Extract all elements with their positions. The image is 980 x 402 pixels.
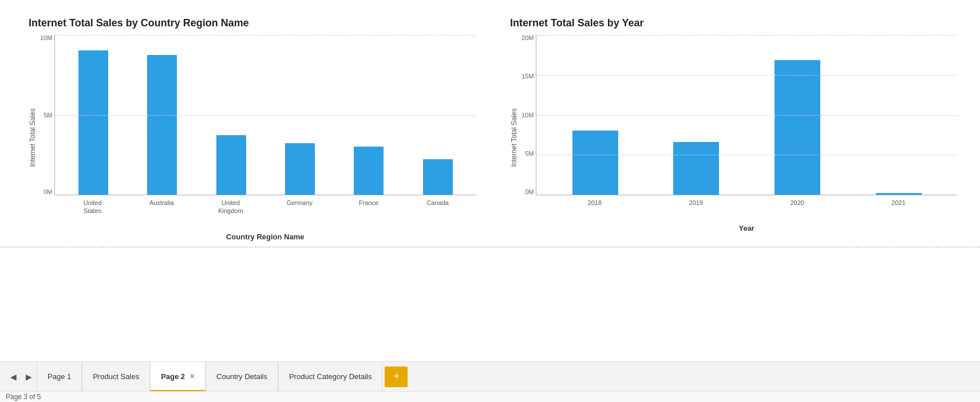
tab-country-details-label: Country Details — [216, 372, 267, 381]
status-text: Page 3 of 5 — [6, 393, 41, 401]
left-bars-row — [54, 35, 476, 195]
y-tick: 20M — [521, 35, 534, 41]
tab-page2[interactable]: Page 2 ✕ — [150, 362, 206, 391]
bar-col — [406, 159, 470, 195]
tab-page2-label: Page 2 — [161, 372, 185, 381]
y-tick: 5M — [525, 151, 534, 157]
x-label-united-states: UnitedStates — [60, 199, 125, 215]
tab-product-sales-label: Product Sales — [93, 372, 139, 381]
right-y-axis-label: Internet Total Sales — [510, 35, 518, 241]
y-tick: 10M — [521, 112, 534, 119]
left-bars-area: UnitedStates Australia UnitedKingdom Ger… — [54, 35, 476, 241]
bar-col-2020 — [750, 60, 845, 195]
grid-line — [536, 35, 957, 36]
bar-germany — [285, 143, 315, 195]
bar-2019 — [673, 142, 719, 195]
right-chart-title: Internet Total Sales by Year — [510, 17, 957, 29]
x-label-2019: 2019 — [649, 199, 743, 207]
x-label-canada: Canada — [405, 199, 470, 215]
right-x-axis-title: Year — [536, 224, 957, 232]
x-label-2018: 2018 — [547, 199, 642, 207]
bar-australia — [147, 55, 177, 195]
grid-line — [536, 75, 957, 76]
x-label-australia: Australia — [129, 199, 194, 215]
spacer — [0, 247, 980, 361]
bar-united-states — [78, 50, 108, 195]
left-x-axis-title: Country Region Name — [54, 232, 476, 241]
x-label-2021: 2021 — [851, 199, 946, 207]
bar-col-2018 — [548, 131, 642, 195]
nav-next-button[interactable]: ▶ — [21, 370, 37, 384]
right-x-labels: 2018 2019 2020 2021 — [536, 195, 957, 207]
bar-2021-line — [876, 193, 922, 195]
add-tab-button[interactable]: + — [385, 366, 408, 387]
left-y-axis-label: Internet Total Sales — [29, 35, 37, 241]
right-chart: Internet Total Sales by Year Internet To… — [510, 17, 957, 241]
x-label-united-kingdom: UnitedKingdom — [199, 199, 263, 215]
tab-page2-close[interactable]: ✕ — [189, 373, 195, 380]
tab-product-category-details[interactable]: Product Category Details — [278, 362, 383, 391]
bar-france — [354, 147, 384, 195]
x-label-germany: Germany — [267, 199, 332, 215]
bar-2018 — [572, 131, 618, 195]
bar-col — [130, 55, 194, 195]
bar-col — [199, 135, 263, 195]
y-tick: 5M — [44, 112, 52, 119]
grid-line — [536, 115, 957, 116]
tab-product-category-details-label: Product Category Details — [289, 372, 372, 381]
tab-product-sales[interactable]: Product Sales — [82, 362, 150, 391]
bar-col — [337, 147, 401, 195]
bar-canada — [423, 159, 453, 195]
y-tick: 0M — [44, 189, 52, 195]
x-label-france: France — [337, 199, 401, 215]
bar-col — [61, 50, 125, 195]
bar-united-kingdom — [216, 135, 246, 195]
right-y-ticks: 20M 15M 10M 5M 0M — [521, 35, 534, 195]
nav-prev-button[interactable]: ◀ — [6, 370, 21, 384]
right-bars-row — [536, 35, 957, 195]
y-tick: 15M — [521, 73, 534, 80]
bar-col-2019 — [649, 142, 744, 195]
left-y-ticks: 10M 5M 0M — [40, 35, 52, 195]
tab-page1-label: Page 1 — [48, 372, 71, 381]
left-chart-title: Internet Total Sales by Country Region N… — [29, 17, 476, 29]
x-label-2020: 2020 — [750, 199, 844, 207]
tab-page1[interactable]: Page 1 — [37, 362, 82, 391]
y-tick: 0M — [525, 189, 534, 195]
bar-col — [268, 143, 332, 195]
charts-area: Internet Total Sales by Country Region N… — [0, 0, 980, 247]
left-chart: Internet Total Sales by Country Region N… — [29, 17, 476, 241]
bar-col-2021 — [851, 193, 946, 195]
y-tick: 10M — [40, 35, 52, 41]
tabs-bar: ◀ ▶ Page 1 Product Sales Page 2 ✕ Countr… — [0, 361, 980, 391]
bar-2020 — [774, 60, 820, 195]
status-bar: Page 3 of 5 — [0, 391, 980, 402]
grid-line — [55, 35, 476, 36]
right-bars-area: 2018 2019 2020 2021 Year — [536, 35, 957, 241]
tab-country-details[interactable]: Country Details — [206, 362, 278, 391]
left-x-labels: UnitedStates Australia UnitedKingdom Ger… — [54, 195, 476, 215]
